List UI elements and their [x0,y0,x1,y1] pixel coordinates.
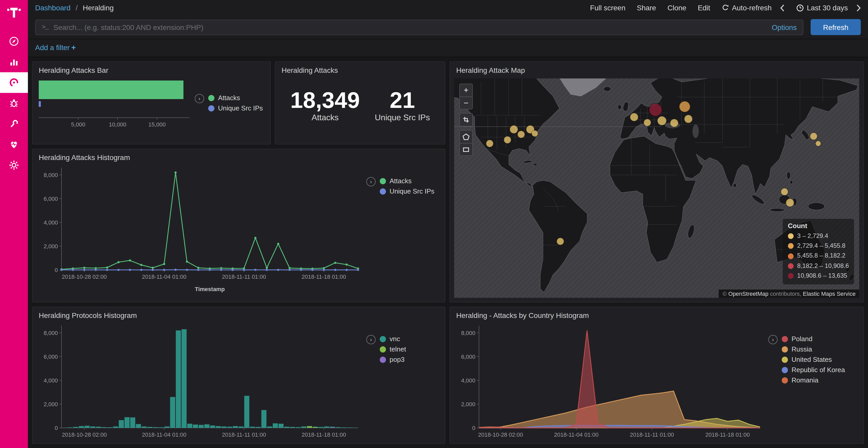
x-tick-label: 15,000 [148,121,165,128]
legend-item-russia[interactable]: Russia [782,345,845,353]
map-marker[interactable] [518,131,525,138]
sidebar-item-devtools[interactable] [0,113,28,134]
legend-toggle-icon[interactable]: › [366,335,376,344]
legend-label: Russia [792,345,812,353]
point-attacks [118,261,120,263]
map-legend-color-dot [788,263,794,269]
refresh-button[interactable]: Refresh [811,19,861,35]
metric-value: 18,349 [290,88,360,113]
legend-item-republic-of-korea[interactable]: Republic of Korea [782,366,845,374]
time-step-back-button[interactable] [780,4,784,12]
time-step-forward-button[interactable] [856,4,861,12]
map-legend-range-label: 3 – 2,729.4 [797,231,828,241]
bar-chart-icon [8,56,20,68]
map-marker[interactable] [781,188,788,195]
map-marker[interactable] [786,199,794,207]
legend-item-romania[interactable]: Romania [782,376,845,384]
legend-label: Romania [792,376,818,384]
map-legend-row: 3 – 2,729.4 [788,231,849,241]
legend-item-vnc[interactable]: vnc [380,335,406,343]
zoom-out-button[interactable]: − [460,97,472,109]
bar-vnc [182,329,187,428]
draw-rectangle-button[interactable] [460,143,472,156]
legend-item-telnet[interactable]: telnet [380,345,406,353]
map-marker[interactable] [504,136,511,143]
legend-item-poland[interactable]: Poland [782,335,845,343]
map-marker[interactable] [649,103,662,116]
map-marker[interactable] [815,141,821,146]
map-marker[interactable] [670,119,678,127]
search-input[interactable] [54,23,767,31]
zoom-in-button[interactable]: + [460,84,472,97]
legend-item-attacks[interactable]: Attacks [380,177,434,185]
full-screen-button[interactable]: Full screen [590,4,625,12]
sidebar-item-honeypot[interactable] [0,93,28,113]
panel-heralding-attacks-bar: Heralding Attacks Bar 5,00010,00015,000 … [32,61,271,144]
country-histogram-body: 02,0004,0006,0008,0002018-10-28 02:00201… [450,320,863,444]
point-attacks [152,267,154,269]
legend-label: Unique Src IPs [218,104,263,112]
time-range-button[interactable]: Last 30 days [796,4,848,12]
map-marker[interactable] [644,119,651,126]
legend-color-dot [782,377,788,383]
legend-toggle-icon[interactable]: › [366,177,376,186]
legend-item-unique-src-ips[interactable]: Unique Src IPs [380,187,434,195]
point-attacks [254,237,256,239]
attribution-mid: contributors, [769,290,803,297]
map-marker[interactable] [532,130,538,137]
map-legend-row: 10,908.6 – 13,635 [788,271,849,281]
options-link[interactable]: Options [772,23,797,31]
point-unique-src-ips [186,269,188,271]
x-tick-label: 5,000 [71,121,85,128]
world-map[interactable]: + − [454,78,859,298]
legend-toggle-icon[interactable]: › [768,335,778,344]
map-marker[interactable] [810,133,817,140]
gear-icon [8,160,20,171]
sidebar-item-monitoring[interactable] [0,134,28,155]
legend-label: Poland [792,335,812,343]
map-marker[interactable] [679,101,690,112]
bar-vnc [318,427,323,428]
share-button[interactable]: Share [637,4,656,12]
auto-refresh-button[interactable]: Auto-refresh [721,4,772,12]
bar-vnc [216,426,221,428]
sidebar-item-visualize[interactable] [0,51,28,72]
map-marker[interactable] [684,115,692,123]
time-range-label: Last 30 days [807,4,848,12]
breadcrumb-dashboard-link[interactable]: Dashboard [35,4,70,12]
bar-vnc [136,424,141,428]
query-bar: >_ Options Refresh [28,15,868,39]
search-box[interactable]: >_ Options [35,20,803,35]
legend-items: PolandRussiaUnited StatesRepublic of Kor… [782,335,845,384]
bar-vnc [113,426,118,428]
draw-polygon-button[interactable] [460,131,472,143]
elastic-maps-link[interactable]: Elastic Maps Service [803,290,856,297]
sidebar-item-management[interactable] [0,155,28,175]
map-marker[interactable] [557,238,564,245]
legend-items: AttacksUnique Src IPs [208,94,263,112]
legend-label: Attacks [390,177,411,185]
legend-item-pop3[interactable]: pop3 [380,356,406,364]
edit-button[interactable]: Edit [698,4,710,12]
add-filter-link[interactable]: Add a filter+ [35,43,76,51]
legend-item-unique-src-ips[interactable]: Unique Src IPs [208,104,263,112]
map-marker[interactable] [630,113,638,121]
legend-item-united-states[interactable]: United States [782,356,845,364]
sidebar-item-dashboard[interactable] [0,72,28,93]
legend-color-dot [782,367,788,373]
panel-title: Heralding Protocols Histogram [33,307,445,320]
point-unique-src-ips [311,269,313,271]
clone-button[interactable]: Clone [668,4,686,12]
legend-toggle-icon[interactable]: › [195,94,204,103]
map-marker[interactable] [510,126,518,134]
fit-bounds-button[interactable] [460,113,472,126]
legend-item-attacks[interactable]: Attacks [208,94,263,102]
legend-items: vnctelnetpop3 [380,335,406,364]
panel-title: Heralding Attack Map [450,62,863,75]
x-tick-label: 2018-11-04 01:00 [554,432,598,438]
map-marker[interactable] [657,116,666,125]
map-marker[interactable] [486,140,493,147]
openstreetmap-link[interactable]: OpenStreetMap [728,290,768,297]
sidebar-item-discover[interactable] [0,31,28,51]
point-unique-src-ips [152,269,154,271]
